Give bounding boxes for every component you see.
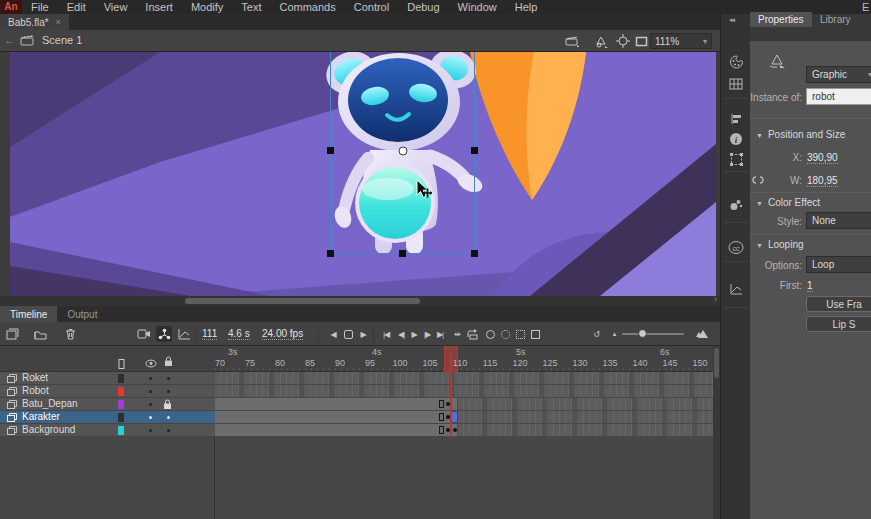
transform-panel-icon[interactable] (728, 151, 744, 167)
edit-symbols-icon[interactable] (592, 33, 610, 49)
stage-canvas[interactable] (10, 52, 716, 296)
menu-edit[interactable]: Edit (58, 0, 95, 14)
menu-text[interactable]: Text (232, 0, 270, 14)
modify-markers-button[interactable] (527, 326, 543, 342)
eye-column-icon[interactable] (145, 354, 157, 372)
current-frame-readout[interactable]: 111 (202, 328, 217, 340)
tab-output[interactable]: Output (57, 306, 107, 322)
slider-knob[interactable] (638, 329, 647, 338)
layer-row-roket[interactable]: Roket (0, 372, 215, 385)
new-folder-button[interactable] (32, 326, 48, 342)
horizontal-scrollbar[interactable]: › (0, 296, 720, 306)
elapsed-time-readout[interactable]: 4.6 s (228, 328, 250, 340)
frame-row-robot[interactable] (215, 385, 713, 398)
outline-column-icon[interactable] (118, 355, 125, 373)
frame-row-roket[interactable] (215, 372, 713, 385)
shorter-frames-icon[interactable]: ▴ (606, 326, 622, 342)
workspace-button[interactable]: E (862, 0, 871, 14)
go-to-first-frame-button[interactable]: |◀ (378, 326, 394, 342)
layer-outline-color[interactable] (118, 413, 124, 422)
layer-row-karakter[interactable]: Karakter (0, 411, 215, 424)
section-looping[interactable]: ▼Looping (756, 239, 804, 250)
layer-depth-button[interactable] (176, 326, 192, 342)
frame-row-background[interactable] (215, 424, 713, 437)
layer-row-robot[interactable]: Robot (0, 385, 215, 398)
section-position-and-size[interactable]: ▼Position and Size (756, 129, 845, 140)
next-frame-button[interactable]: ▶ (355, 326, 371, 342)
style-select[interactable]: None (806, 212, 871, 229)
lock-column-icon[interactable] (164, 353, 173, 371)
loop-playback-button[interactable] (464, 326, 480, 342)
layer-lock-dot[interactable] (167, 416, 170, 419)
swatches-panel-icon[interactable] (728, 76, 744, 92)
layer-outline-color[interactable] (118, 426, 124, 435)
layer-row-batu_depan[interactable]: Batu_Depan (0, 398, 215, 411)
layer-parenting-button[interactable] (156, 326, 172, 342)
close-icon[interactable]: × (56, 17, 61, 27)
scroll-right-icon[interactable]: › (714, 294, 717, 304)
brush-library-panel-icon[interactable] (728, 196, 744, 212)
menu-control[interactable]: Control (345, 0, 398, 14)
layer-visibility-dot[interactable] (149, 403, 152, 406)
align-panel-icon[interactable] (728, 111, 744, 127)
menu-help[interactable]: Help (506, 0, 547, 14)
onion-skin-outlines-button[interactable] (497, 326, 513, 342)
symbol-swap-icon[interactable] (768, 52, 788, 73)
menu-modify[interactable]: Modify (182, 0, 232, 14)
clip-content-icon[interactable] (632, 33, 650, 49)
color-panel-icon[interactable] (728, 54, 744, 70)
menu-insert[interactable]: Insert (136, 0, 182, 14)
timeline-ruler[interactable]: 3s4s5s6s70758085909510010511011512012513… (215, 346, 713, 372)
center-stage-icon[interactable] (614, 33, 632, 49)
layer-visibility-dot[interactable] (149, 416, 152, 419)
menu-commands[interactable]: Commands (270, 0, 344, 14)
taller-frames-icon[interactable] (694, 326, 710, 342)
menu-file[interactable]: File (22, 0, 58, 14)
layer-lock-dot[interactable] (167, 390, 170, 393)
scene-name[interactable]: Scene 1 (42, 34, 82, 46)
lip-syncing-button[interactable]: Lip S (806, 316, 871, 332)
first-frame-value[interactable]: 1 (807, 280, 813, 292)
go-to-last-frame-button[interactable]: ▶| (432, 326, 448, 342)
add-camera-button[interactable] (136, 326, 152, 342)
timeline-vertical-scrollbar[interactable] (713, 346, 720, 519)
frame-row-karakter[interactable] (215, 411, 713, 424)
scrollbar-thumb[interactable] (714, 348, 719, 378)
new-layer-button[interactable] (4, 326, 20, 342)
collapse-dock-icon[interactable]: ◂◂ (729, 16, 734, 24)
tab-properties[interactable]: Properties (750, 12, 812, 27)
layer-visibility-dot[interactable] (149, 377, 152, 380)
zoom-level-select[interactable]: 111% ▾ (650, 33, 712, 49)
info-panel-icon[interactable]: i (728, 131, 744, 147)
tab-library[interactable]: Library (812, 12, 859, 27)
motion-editor-panel-icon[interactable] (728, 281, 744, 297)
layer-outline-color[interactable] (118, 387, 124, 396)
selected-frame-cell[interactable] (451, 411, 458, 423)
layer-visibility-dot[interactable] (149, 429, 152, 432)
tab-timeline[interactable]: Timeline (0, 306, 57, 322)
scrollbar-thumb[interactable] (185, 298, 420, 304)
use-frame-picker-button[interactable]: Use Fra (806, 296, 871, 312)
onion-skin-button[interactable] (482, 326, 498, 342)
menu-view[interactable]: View (95, 0, 137, 14)
x-value[interactable]: 390,90 (807, 152, 838, 164)
layer-row-background[interactable]: Background (0, 424, 215, 437)
layer-outline-color[interactable] (118, 374, 124, 383)
menu-window[interactable]: Window (449, 0, 506, 14)
menu-debug[interactable]: Debug (398, 0, 448, 14)
loop-options-select[interactable]: Loop (806, 256, 871, 273)
back-arrow-icon[interactable]: ← (4, 34, 15, 46)
reset-timeline-zoom-button[interactable]: ↺ (588, 326, 604, 342)
instance-name-field[interactable]: robot (806, 88, 871, 105)
edit-scene-icon[interactable] (563, 33, 581, 49)
loop-range-button[interactable] (340, 326, 356, 342)
w-value[interactable]: 180,95 (807, 175, 838, 187)
creative-cloud-icon[interactable]: cc (728, 239, 744, 255)
layer-visibility-dot[interactable] (149, 390, 152, 393)
frame-size-slider[interactable] (622, 333, 684, 335)
layer-outline-color[interactable] (118, 400, 124, 409)
frame-rate-readout[interactable]: 24.00 fps (262, 328, 303, 340)
layer-lock-dot[interactable] (167, 429, 170, 432)
layer-lock-dot[interactable] (167, 377, 170, 380)
center-playhead-button[interactable]: ⇹ (449, 326, 465, 342)
